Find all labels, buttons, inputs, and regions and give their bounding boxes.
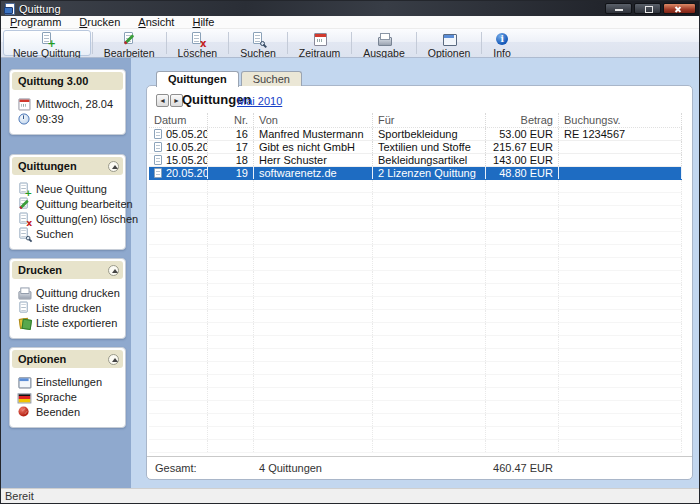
toolbar: Neue QuittungBearbeitenLöschenSuchenZeit… [1,29,699,58]
cell-text: Textilien und Stoffe [378,141,471,153]
titlebar: Quittung [1,1,699,16]
maximize-button[interactable] [634,3,661,14]
delete-icon [190,32,204,46]
flag-de-icon [18,390,31,403]
empty-row [149,440,682,453]
info-icon [495,32,509,46]
sidebar-item-label: Suchen [36,228,73,240]
sidebar-item-edit[interactable]: Quittung bearbeiten [17,196,121,211]
sidebar-item-page[interactable]: Liste drucken [17,300,121,315]
edit-icon [18,197,31,210]
menubar: ProgrammDruckenAnsichtHilfe [1,16,699,29]
cell-text: 16 [236,128,248,140]
empty-row [149,362,682,375]
toolbar-separator [166,32,167,54]
table-row[interactable]: 15.05.201018Herr SchusterBekleidungsarti… [149,154,682,167]
sidebar-item-settings[interactable]: Einstellungen [17,374,121,389]
previous-period-button[interactable] [156,94,169,107]
toolbar-button-edit[interactable]: Bearbeiten [94,30,165,56]
collapse-icon[interactable] [108,354,119,365]
toolbar-button-settings[interactable]: Optionen [418,30,481,56]
column-header-buchungsv[interactable]: Buchungsv. [559,113,682,127]
toolbar-button-search[interactable]: Suchen [230,30,286,56]
content-area: Quittung 3.00 Mittwoch, 28.04 09:39 Quit… [1,58,699,488]
current-date: Mittwoch, 28.04 [17,96,121,111]
sidebar-item-export[interactable]: Liste exportieren [17,315,121,330]
cell-text: 53.00 EUR [499,128,553,140]
empty-row [149,245,682,258]
toolbar-button-delete[interactable]: Löschen [168,30,228,56]
table-row[interactable]: 05.05.201016Manfred MustermannSportbekle… [149,128,682,141]
empty-row [149,388,682,401]
cell-text: Manfred Mustermann [259,128,364,140]
menu-item-programm[interactable]: Programm [1,16,70,28]
cell-text: Herr Schuster [259,154,327,166]
column-header-datum[interactable]: Datum [149,113,208,127]
main-panel: Quittungen Mai 2010 DatumNr.VonFürBetrag… [146,85,693,480]
column-header-fr[interactable]: Für [373,113,486,127]
menu-item-hilfe[interactable]: Hilfe [183,16,223,28]
empty-row [149,297,682,310]
sidebar-item-label: Beenden [36,406,80,418]
empty-row [149,258,682,271]
total-amount: 460.47 EUR [487,462,553,474]
toolbar-separator [481,32,482,54]
table-row[interactable]: 20.05.201019softwarenetz.de2 Lizenzen Qu… [149,167,682,180]
edit-icon [122,32,136,46]
close-button[interactable] [663,3,696,14]
sidebar-item-label: Quittung drucken [36,287,120,299]
empty-row [149,414,682,427]
table-row[interactable]: 10.05.201017Gibt es nicht GmbHTextilien … [149,141,682,154]
sidebar-item-label: Sprache [36,391,77,403]
column-header-nr[interactable]: Nr. [208,113,254,127]
window-title: Quittung [19,2,61,16]
menu-item-ansicht[interactable]: Ansicht [129,16,183,28]
column-header-von[interactable]: Von [254,113,373,127]
search-icon [251,32,265,46]
toolbar-button-new-receipt[interactable]: Neue Quittung [3,30,91,56]
sidebar-section-drucken: DruckenQuittung druckenListe druckenList… [9,258,126,339]
cell-text: 15.05.2010 [166,154,208,166]
receipts-table: DatumNr.VonFürBetragBuchungsv.05.05.2010… [149,113,682,453]
sidebar-item-quit[interactable]: Beenden [17,404,121,419]
period-link[interactable]: Mai 2010 [237,95,282,107]
toolbar-separator [287,32,288,54]
cell-text: 215.67 EUR [493,141,553,153]
empty-row [149,401,682,414]
sidebar-item-label: Quittung(en) löschen [36,213,138,225]
empty-row [149,310,682,323]
empty-row [149,193,682,206]
empty-row [149,427,682,440]
sidebar-item-flag-de[interactable]: Sprache [17,389,121,404]
cell-text: 18 [236,154,248,166]
cell-text: 143.00 EUR [493,154,553,166]
column-header-betrag[interactable]: Betrag [486,113,559,127]
collapse-icon[interactable] [108,265,119,276]
settings-icon [442,32,456,46]
document-icon [154,129,162,139]
calendar-icon [313,32,327,46]
sidebar-item-search[interactable]: Suchen [17,226,121,241]
sidebar-item-label: Liste exportieren [36,317,117,329]
toolbar-button-calendar[interactable]: Zeitraum [289,30,350,56]
sidebar-item-print[interactable]: Quittung drucken [17,285,121,300]
sidebar-item-new-receipt[interactable]: Neue Quittung [17,181,121,196]
empty-row [149,180,682,193]
tab-quittungen[interactable]: Quittungen [156,71,239,87]
sidebar-item-delete[interactable]: Quittung(en) löschen [17,211,121,226]
statusbar: Bereit [1,488,699,503]
receipt-count: 4 Quittungen [259,462,322,474]
document-icon [154,142,162,152]
minimize-button[interactable] [605,3,632,14]
toolbar-separator [228,32,229,54]
new-receipt-icon [40,32,54,46]
toolbar-button-print[interactable]: Ausgabe [353,30,414,56]
menu-item-drucken[interactable]: Drucken [70,16,129,28]
collapse-icon[interactable] [108,161,119,172]
print-icon [377,32,391,46]
tab-suchen[interactable]: Suchen [241,71,302,86]
page-icon [18,301,31,314]
toolbar-button-info[interactable]: Info [483,30,521,56]
cell-text: softwarenetz.de [259,167,337,179]
section-title: Optionen [18,353,66,365]
